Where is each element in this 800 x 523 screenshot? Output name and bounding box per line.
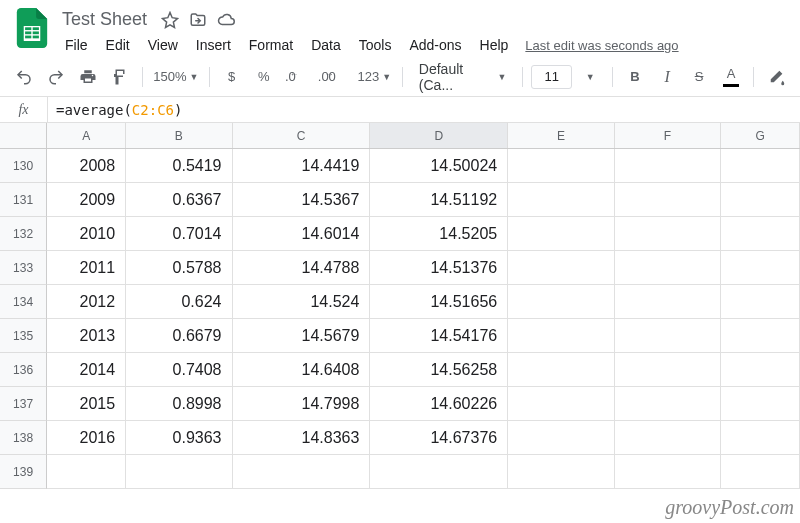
cell[interactable] bbox=[721, 183, 800, 217]
column-header-g[interactable]: G bbox=[721, 123, 800, 148]
cell[interactable]: 14.4788 bbox=[233, 251, 371, 285]
bold-button[interactable]: B bbox=[621, 63, 649, 91]
cell[interactable]: 2011 bbox=[47, 251, 126, 285]
strikethrough-button[interactable]: S bbox=[685, 63, 713, 91]
cell[interactable]: 2009 bbox=[47, 183, 126, 217]
cell[interactable]: 14.524 bbox=[233, 285, 371, 319]
menu-edit[interactable]: Edit bbox=[99, 33, 137, 57]
cell[interactable]: 2010 bbox=[47, 217, 126, 251]
cell[interactable] bbox=[370, 455, 508, 489]
cell[interactable]: 14.51192 bbox=[370, 183, 508, 217]
menu-insert[interactable]: Insert bbox=[189, 33, 238, 57]
cell[interactable] bbox=[508, 217, 614, 251]
row-header[interactable]: 130 bbox=[0, 149, 47, 183]
cell[interactable] bbox=[721, 149, 800, 183]
menu-addons[interactable]: Add-ons bbox=[402, 33, 468, 57]
cell[interactable] bbox=[721, 319, 800, 353]
cell[interactable] bbox=[126, 455, 232, 489]
font-size-input[interactable]: 11 bbox=[531, 65, 572, 89]
row-header[interactable]: 135 bbox=[0, 319, 47, 353]
menu-help[interactable]: Help bbox=[473, 33, 516, 57]
row-header[interactable]: 137 bbox=[0, 387, 47, 421]
cell[interactable] bbox=[615, 455, 721, 489]
cell[interactable] bbox=[721, 285, 800, 319]
cell[interactable]: 2015 bbox=[47, 387, 126, 421]
row-header[interactable]: 134 bbox=[0, 285, 47, 319]
cell[interactable]: 0.624 bbox=[126, 285, 232, 319]
column-header-b[interactable]: B bbox=[126, 123, 232, 148]
cell[interactable]: 14.8363 bbox=[233, 421, 371, 455]
cell[interactable]: 14.67376 bbox=[370, 421, 508, 455]
decrease-decimal-button[interactable]: .0← bbox=[282, 63, 311, 91]
cell[interactable]: 0.9363 bbox=[126, 421, 232, 455]
cell[interactable]: 2016 bbox=[47, 421, 126, 455]
fill-color-button[interactable] bbox=[762, 63, 790, 91]
cell[interactable] bbox=[615, 217, 721, 251]
cell[interactable] bbox=[615, 285, 721, 319]
cell[interactable] bbox=[615, 421, 721, 455]
cell[interactable] bbox=[508, 319, 614, 353]
column-header-a[interactable]: A bbox=[47, 123, 126, 148]
row-header[interactable]: 131 bbox=[0, 183, 47, 217]
row-header[interactable]: 138 bbox=[0, 421, 47, 455]
cell[interactable] bbox=[615, 353, 721, 387]
zoom-dropdown[interactable]: 150%▼ bbox=[151, 63, 201, 91]
cell[interactable] bbox=[233, 455, 371, 489]
cell[interactable]: 14.7998 bbox=[233, 387, 371, 421]
last-edit-link[interactable]: Last edit was seconds ago bbox=[519, 34, 684, 57]
cell[interactable]: 14.51376 bbox=[370, 251, 508, 285]
cell[interactable]: 0.5788 bbox=[126, 251, 232, 285]
undo-button[interactable] bbox=[10, 63, 38, 91]
font-family-dropdown[interactable]: Default (Ca...▼ bbox=[411, 64, 514, 90]
menu-data[interactable]: Data bbox=[304, 33, 348, 57]
cell[interactable] bbox=[508, 455, 614, 489]
menu-view[interactable]: View bbox=[141, 33, 185, 57]
row-header[interactable]: 139 bbox=[0, 455, 47, 489]
increase-decimal-button[interactable]: .00→ bbox=[315, 63, 351, 91]
row-header[interactable]: 133 bbox=[0, 251, 47, 285]
star-icon[interactable] bbox=[161, 11, 179, 29]
cell[interactable]: 14.5367 bbox=[233, 183, 371, 217]
cell[interactable]: 2008 bbox=[47, 149, 126, 183]
cell[interactable]: 14.51656 bbox=[370, 285, 508, 319]
column-header-f[interactable]: F bbox=[615, 123, 721, 148]
cell[interactable]: 14.54176 bbox=[370, 319, 508, 353]
italic-button[interactable]: I bbox=[653, 63, 681, 91]
cell[interactable]: 14.6014 bbox=[233, 217, 371, 251]
cell[interactable]: 2013 bbox=[47, 319, 126, 353]
cell[interactable]: 0.6679 bbox=[126, 319, 232, 353]
cell[interactable]: 2012 bbox=[47, 285, 126, 319]
cell[interactable] bbox=[47, 455, 126, 489]
move-folder-icon[interactable] bbox=[189, 11, 207, 29]
format-currency-button[interactable]: $ bbox=[218, 63, 246, 91]
row-header[interactable]: 136 bbox=[0, 353, 47, 387]
cell[interactable] bbox=[721, 387, 800, 421]
print-button[interactable] bbox=[74, 63, 102, 91]
more-formats-dropdown[interactable]: 123▼ bbox=[355, 63, 394, 91]
column-header-e[interactable]: E bbox=[508, 123, 614, 148]
cell[interactable] bbox=[615, 183, 721, 217]
cell[interactable] bbox=[615, 319, 721, 353]
cell[interactable]: 14.50024 bbox=[370, 149, 508, 183]
formula-input[interactable]: =average(C2:C6) bbox=[48, 97, 800, 122]
cell[interactable] bbox=[508, 421, 614, 455]
column-header-d[interactable]: D bbox=[370, 123, 508, 148]
cell[interactable]: 2014 bbox=[47, 353, 126, 387]
cell[interactable] bbox=[615, 387, 721, 421]
cloud-status-icon[interactable] bbox=[217, 11, 235, 29]
cell[interactable] bbox=[508, 353, 614, 387]
cell[interactable] bbox=[721, 217, 800, 251]
redo-button[interactable] bbox=[42, 63, 70, 91]
cell[interactable]: 0.7408 bbox=[126, 353, 232, 387]
cell[interactable]: 14.6408 bbox=[233, 353, 371, 387]
cell[interactable] bbox=[721, 251, 800, 285]
cell[interactable]: 14.60226 bbox=[370, 387, 508, 421]
format-percent-button[interactable]: % bbox=[250, 63, 278, 91]
cell[interactable]: 0.6367 bbox=[126, 183, 232, 217]
menu-tools[interactable]: Tools bbox=[352, 33, 399, 57]
cell[interactable] bbox=[721, 455, 800, 489]
cell[interactable] bbox=[615, 251, 721, 285]
row-header[interactable]: 132 bbox=[0, 217, 47, 251]
cell[interactable] bbox=[615, 149, 721, 183]
cell[interactable] bbox=[721, 353, 800, 387]
